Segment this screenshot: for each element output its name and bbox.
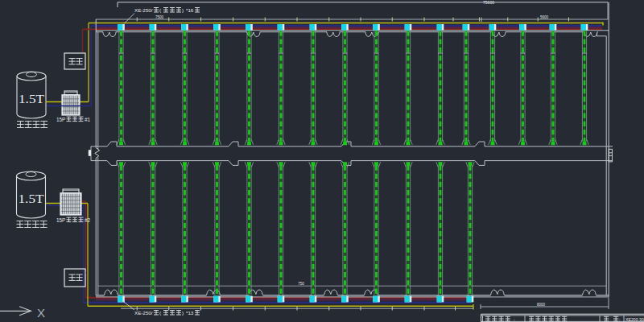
svg-text:1.5T: 1.5T	[19, 93, 44, 105]
svg-text:#2: #2	[85, 217, 91, 223]
svg-text:15P: 15P	[56, 117, 65, 122]
svg-text:*16: *16	[186, 7, 194, 13]
svg-text:): )	[182, 7, 184, 13]
svg-text:5600: 5600	[540, 15, 549, 19]
svg-text:X: X	[37, 306, 45, 320]
svg-text:XE-250/: XE-250/	[134, 310, 153, 316]
svg-text:7500: 7500	[155, 15, 164, 19]
svg-text:*13: *13	[186, 310, 194, 316]
svg-text:8000: 8000	[537, 303, 546, 307]
svg-text:750: 750	[298, 282, 304, 286]
svg-text:XE-250/: XE-250/	[134, 7, 153, 13]
svg-text:#1: #1	[85, 117, 91, 122]
svg-text:15P: 15P	[56, 217, 65, 223]
svg-text:1.5T: 1.5T	[19, 192, 44, 205]
svg-text:): )	[182, 310, 184, 316]
svg-text:75600: 75600	[483, 0, 494, 5]
svg-text:XE200.30: XE200.30	[625, 317, 644, 322]
